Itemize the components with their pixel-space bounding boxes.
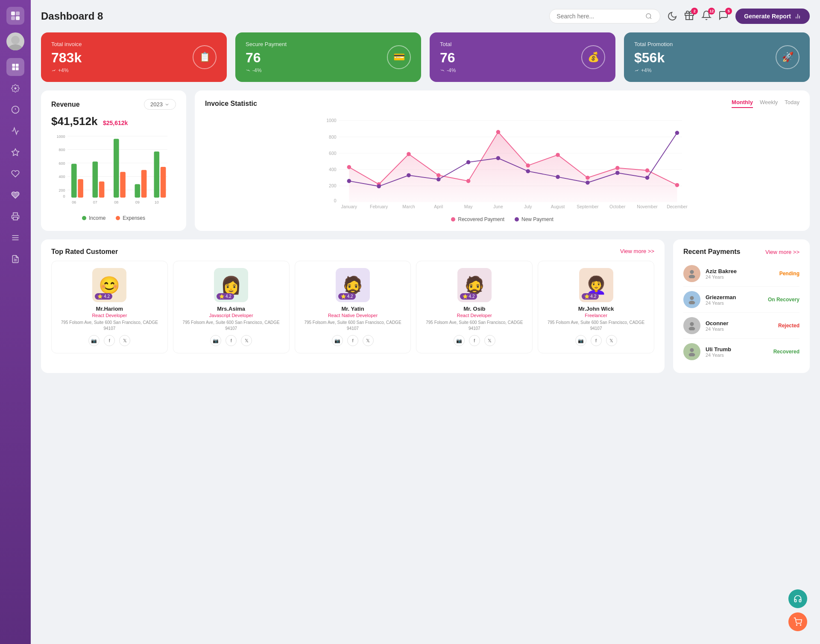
line-chart-svg: 1000 800 600 400 200 0 [205,117,800,210]
chevron-down-icon [164,102,170,107]
expenses-dot [116,216,120,220]
payment-item[interactable]: Griezerman 24 Years On Recovery [683,287,800,313]
customer-role: Javascript Developer [178,313,285,318]
instagram-icon[interactable]: 📷 [454,335,465,346]
svg-rect-3 [16,16,20,20]
sidebar-item-heart2[interactable] [6,186,24,204]
cart-fab[interactable] [788,612,807,631]
svg-rect-15 [13,217,18,220]
payment-name: Uli Trumb [706,346,768,353]
tab-monthly[interactable]: Monthly [732,99,753,108]
sidebar-item-dashboard[interactable] [6,58,24,76]
user-icon [687,269,697,278]
stat-card-invoice[interactable]: Total invoice 783k +4% 📋 [41,32,227,82]
legend-recovered: Recovered Payment [451,216,504,222]
payment-item[interactable]: Aziz Bakree 24 Years Pending [683,261,800,287]
new-dot-nov [645,176,650,180]
customer-address: 795 Folsom Ave, Suite 600 San Francisco,… [178,320,285,332]
sidebar-item-docs[interactable] [6,250,24,268]
payment-item[interactable]: Uli Trumb 24 Years Recovered [683,339,800,364]
rec-dot-mar [407,152,411,156]
payment-avatar [683,317,700,334]
chat-icon-badge[interactable]: 5 [718,10,729,23]
twitter-icon[interactable]: 𝕏 [606,335,617,346]
rating-badge: ⭐ 4.2 [460,293,477,300]
instagram-icon[interactable]: 📷 [575,335,586,346]
new-dot-dec [675,131,679,135]
instagram-icon[interactable]: 📷 [88,335,100,346]
customer-card: 👩‍🦱 ⭐ 4.2 Mr.John Wick Freelancer 795 Fo… [538,261,654,353]
tab-today[interactable]: Today [785,99,800,108]
payment-status: Pending [779,271,800,277]
svg-text:07: 07 [93,200,97,204]
payments-title: Recent Payments [683,248,740,256]
facebook-icon[interactable]: f [469,335,480,346]
rec-dot-dec [675,183,679,187]
user-icon [687,347,697,356]
svg-text:0: 0 [334,198,337,203]
twitter-icon[interactable]: 𝕏 [363,335,374,346]
stat-value: 76 [246,50,287,66]
main-content: Dashboard 8 2 12 5 Generate Report [31,0,820,644]
svg-point-10 [15,87,17,90]
svg-point-84 [690,348,694,352]
search-input[interactable] [556,13,642,20]
stat-change: -4% [246,67,287,73]
stat-card-info: Secure Payment 76 -4% [246,41,287,73]
generate-report-button[interactable]: Generate Report [735,9,810,24]
customer-role: Freelancer [542,313,650,318]
support-fab[interactable] [788,589,807,608]
gift-icon-badge[interactable]: 2 [684,10,694,23]
svg-text:800: 800 [329,134,337,140]
twitter-icon[interactable]: 𝕏 [241,335,252,346]
dark-mode-icon[interactable] [667,11,677,21]
stat-cards: Total invoice 783k +4% 📋 Secure Payment … [41,32,810,82]
stat-card-payment[interactable]: Secure Payment 76 -4% 💳 [235,32,421,82]
facebook-icon[interactable]: f [104,335,115,346]
revenue-title: Revenue [51,101,80,108]
instagram-icon[interactable]: 📷 [332,335,343,346]
sidebar-item-analytics[interactable] [6,122,24,140]
sidebar-item-print[interactable] [6,207,24,225]
income-dot [82,216,86,220]
payment-name: Griezerman [706,294,763,300]
twitter-icon[interactable]: 𝕏 [119,335,130,346]
customer-img: 👩‍🦱 ⭐ 4.2 [579,268,613,302]
payments-list: Aziz Bakree 24 Years Pending Griezerman … [683,261,800,364]
stat-card-info: Total invoice 783k +4% [51,41,82,73]
year-select[interactable]: 2023 [144,99,176,110]
sidebar-item-star[interactable] [6,143,24,161]
stat-card-promotion[interactable]: Total Promotion $56k +4% 🚀 [624,32,810,82]
facebook-icon[interactable]: f [591,335,602,346]
svg-rect-40 [78,179,83,198]
svg-line-22 [650,17,651,19]
search-bar[interactable] [549,9,660,23]
sidebar-logo[interactable] [6,7,24,25]
rating-badge: ⭐ 4.2 [95,293,112,300]
twitter-icon[interactable]: 𝕏 [484,335,495,346]
sidebar-item-heart[interactable] [6,165,24,183]
customer-name: Mr. Yatin [299,306,407,312]
payment-info: Griezerman 24 Years [706,294,763,306]
sidebar-item-settings[interactable] [6,79,24,97]
svg-text:May: May [464,204,473,209]
rec-dot-jan [347,165,351,169]
bell-icon-badge[interactable]: 12 [701,10,712,23]
facebook-icon[interactable]: f [347,335,358,346]
instagram-icon[interactable]: 📷 [210,335,221,346]
payment-item[interactable]: Oconner 24 Years Rejected [683,313,800,339]
svg-point-80 [690,296,694,300]
bar-chart: 1000 800 600 400 200 0 [51,132,176,221]
stat-card-total[interactable]: Total 76 -4% 💰 [430,32,615,82]
payments-view-more[interactable]: View more >> [765,249,800,255]
customer-role: React Native Developer [299,313,407,318]
sidebar-item-menu[interactable] [6,229,24,247]
svg-point-85 [689,353,695,356]
customers-view-more[interactable]: View more >> [620,248,654,254]
avatar[interactable] [6,32,24,50]
facebook-icon[interactable]: f [226,335,237,346]
sidebar-item-info[interactable] [6,101,24,119]
tab-weekly[interactable]: Weekly [760,99,778,108]
legend-expenses: Expenses [116,215,145,221]
svg-point-81 [689,301,695,304]
